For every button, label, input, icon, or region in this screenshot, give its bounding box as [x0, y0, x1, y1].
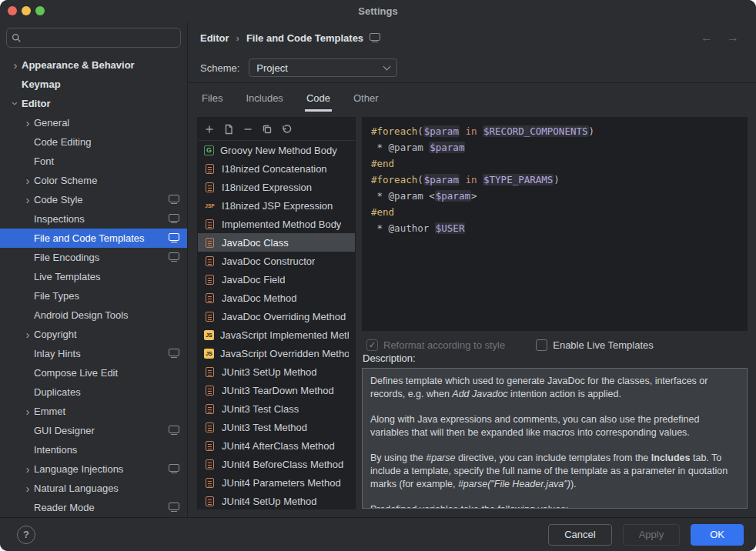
template-item-implemented-method-body[interactable]: Implemented Method Body [198, 215, 355, 233]
sidebar-item-font[interactable]: Font [0, 152, 187, 171]
sidebar-item-color-scheme[interactable]: ›Color Scheme [0, 171, 187, 190]
copy-template-icon[interactable] [261, 123, 273, 135]
sidebar-item-emmet[interactable]: ›Emmet [0, 402, 187, 421]
sidebar-item-file-types[interactable]: File Types [0, 286, 187, 306]
breadcrumb-editor[interactable]: Editor [200, 32, 229, 44]
template-file-icon [206, 367, 214, 377]
template-item-junit4-beforeclass-method[interactable]: JUnit4 BeforeClass Method [198, 455, 355, 473]
sidebar-item-gui-designer[interactable]: GUI Designer [0, 421, 187, 440]
window-title: Settings [0, 0, 756, 22]
monitor-icon [370, 33, 380, 41]
tab-code[interactable]: Code [305, 86, 332, 112]
back-icon[interactable]: ← [701, 31, 713, 45]
sidebar-item-label: Natural Languages [34, 483, 179, 494]
template-item-junit3-test-class[interactable]: JUnit3 Test Class [198, 399, 355, 418]
cancel-button[interactable]: Cancel [548, 524, 611, 546]
sidebar-item-file-and-code-templates[interactable]: File and Code Templates [0, 229, 187, 248]
template-item-junit4-afterclass-method[interactable]: JUnit4 AfterClass Method [198, 436, 355, 455]
template-file-icon [206, 422, 214, 432]
template-item-javascript-implemented-method-body[interactable]: JSJavaScript Implemented Method Body [198, 326, 355, 344]
remove-template-icon[interactable] [242, 123, 254, 135]
template-item-i18nized-expression[interactable]: I18nized Expression [198, 178, 355, 196]
template-item-label: JavaDoc Overriding Method [222, 311, 346, 322]
sidebar-item-label: File Encodings [34, 252, 164, 263]
code-line: * @param <$param> [371, 188, 738, 204]
scheme-label: Scheme: [200, 62, 239, 74]
footer: ? Cancel Apply OK [0, 517, 756, 551]
chevron-right-icon[interactable]: › [22, 117, 34, 129]
template-item-javascript-overridden-method-body[interactable]: JSJavaScript Overridden Method Body [198, 344, 355, 362]
sidebar-item-code-style[interactable]: ›Code Style [0, 190, 187, 209]
chevron-right-icon[interactable]: › [22, 194, 34, 205]
template-item-junit4-parameters-method[interactable]: JUnit4 Parameters Method [198, 473, 355, 492]
tab-includes[interactable]: Includes [244, 86, 284, 112]
add-template-icon[interactable] [203, 123, 216, 135]
chevron-right-icon[interactable]: › [22, 175, 34, 186]
template-editor[interactable]: #foreach($param in $RECORD_COMPONENTS) *… [362, 117, 748, 331]
sidebar-item-natural-languages[interactable]: ›Natural Languages [0, 479, 187, 498]
chevron-down-icon [383, 63, 391, 71]
chevron-right-icon[interactable]: › [9, 59, 22, 71]
scheme-select[interactable]: Project [249, 58, 397, 77]
sidebar-item-compose-live-edit[interactable]: Compose Live Edit [0, 363, 187, 382]
chevron-down-icon[interactable]: › [10, 98, 22, 110]
sidebar-item-code-editing[interactable]: Code Editing [0, 132, 187, 152]
template-item-i18nized-jsp-expression[interactable]: JSPI18nized JSP Expression [198, 196, 355, 215]
settings-main: Editor › File and Code Templates ← → Sch… [188, 22, 756, 517]
sidebar-item-label: Intentions [34, 444, 179, 456]
page-title: File and Code Templates [246, 32, 363, 44]
template-file-icon [206, 275, 214, 285]
chevron-right-icon[interactable]: › [22, 483, 34, 494]
reformat-checkbox[interactable]: ✓ Reformat according to style [366, 339, 505, 351]
template-item-groovy-new-method-body[interactable]: GGroovy New Method Body [198, 141, 355, 159]
template-item-javadoc-overriding-method[interactable]: JavaDoc Overriding Method [198, 307, 355, 326]
sidebar-item-appearance-behavior[interactable]: ›Appearance & Behavior [0, 55, 187, 75]
template-item-junit4-setup-method[interactable]: JUnit4 SetUp Method [198, 492, 355, 509]
forward-icon[interactable]: → [727, 31, 739, 45]
description-paragraph: Along with Java expressions and comments… [370, 413, 739, 439]
search-input[interactable] [25, 32, 176, 45]
sidebar-item-duplicates[interactable]: Duplicates [0, 382, 187, 402]
sidebar-item-android-design-tools[interactable]: Android Design Tools [0, 306, 187, 325]
template-file-icon [206, 219, 214, 229]
enable-live-templates-checkbox[interactable]: Enable Live Templates [536, 339, 654, 351]
sidebar-item-live-templates[interactable]: Live Templates [0, 267, 187, 286]
code-line: * @param $param [371, 139, 738, 155]
sidebar-item-inspections[interactable]: Inspections [0, 209, 187, 229]
chevron-right-icon[interactable]: › [22, 406, 34, 417]
template-item-javadoc-field[interactable]: JavaDoc Field [198, 270, 355, 289]
ok-button[interactable]: OK [691, 524, 744, 546]
template-item-junit3-test-method[interactable]: JUnit3 Test Method [198, 418, 355, 436]
template-item-junit3-teardown-method[interactable]: JUnit3 TearDown Method [198, 381, 355, 399]
sidebar-item-general[interactable]: ›General [0, 113, 187, 132]
template-item-label: JavaDoc Field [222, 274, 285, 286]
sidebar-item-file-encodings[interactable]: File Encodings [0, 248, 187, 267]
settings-tree: ›Appearance & BehaviorKeymap›Editor›Gene… [0, 55, 187, 517]
sidebar-item-language-injections[interactable]: ›Language Injections [0, 459, 187, 479]
sidebar-item-intentions[interactable]: Intentions [0, 440, 187, 459]
template-item-javadoc-constructor[interactable]: JavaDoc Constructor [198, 252, 355, 270]
sidebar-item-label: Language Injections [34, 463, 164, 475]
template-item-javadoc-class[interactable]: JavaDoc Class [198, 233, 355, 252]
sidebar-item-copyright[interactable]: ›Copyright [0, 325, 187, 344]
js-file-icon: JS [204, 349, 214, 359]
sidebar-item-inlay-hints[interactable]: Inlay Hints [0, 344, 187, 363]
sidebar-item-editor[interactable]: ›Editor [0, 94, 187, 113]
template-item-junit3-setup-method[interactable]: JUnit3 SetUp Method [198, 362, 355, 381]
template-file-icon [206, 478, 214, 488]
template-item-i18nized-concatenation[interactable]: I18nized Concatenation [198, 159, 355, 178]
create-child-template-icon[interactable] [222, 123, 235, 135]
description-paragraph: By using the #parse directive, you can i… [370, 452, 739, 491]
reset-to-default-icon[interactable] [280, 123, 293, 135]
sidebar-item-keymap[interactable]: Keymap [0, 75, 187, 94]
template-item-javadoc-method[interactable]: JavaDoc Method [198, 289, 355, 307]
chevron-right-icon[interactable]: › [22, 463, 34, 475]
sidebar-item-reader-mode[interactable]: Reader Mode [0, 498, 187, 517]
tab-files[interactable]: Files [200, 86, 224, 112]
apply-button[interactable]: Apply [623, 524, 681, 546]
chevron-right-icon[interactable]: › [22, 329, 34, 340]
help-button[interactable]: ? [17, 526, 35, 544]
tab-other[interactable]: Other [352, 86, 380, 112]
settings-search[interactable] [6, 28, 181, 48]
description-panel[interactable]: Defines template which used to generate … [362, 368, 748, 509]
